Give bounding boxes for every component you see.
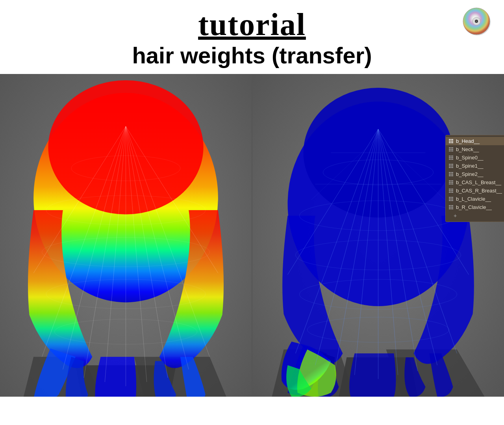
svg-point-4	[476, 20, 477, 22]
dots-icon	[448, 163, 454, 168]
right-hair-svg	[252, 74, 504, 397]
menu-item-label: b_Spine0__	[456, 155, 483, 161]
page-subtitle: hair weights (transfer)	[0, 42, 504, 69]
menu-item-label: b_CAS_R_Breast__	[456, 188, 502, 194]
menu-item-6[interactable]: b_CAS_R_Breast__	[446, 187, 504, 195]
menu-item-7[interactable]: b_L_Clavicle__	[446, 195, 504, 203]
menu-item-label: b_Spine1__	[456, 163, 483, 169]
dots-icon	[448, 204, 454, 210]
right-panel: b_Head__b_Neck__b_Spine0__b_Spine1__b_Sp…	[252, 74, 504, 397]
menu-item-4[interactable]: b_Spine2__	[446, 170, 504, 178]
dots-icon	[448, 155, 454, 160]
dots-icon	[448, 146, 454, 152]
dots-icon	[448, 179, 454, 185]
dots-icon	[448, 138, 454, 144]
menu-item-8[interactable]: b_R_Clavicle__	[446, 203, 504, 211]
menu-item-3[interactable]: b_Spine1__	[446, 162, 504, 170]
dots-icon	[448, 196, 454, 201]
main-content: b_Head__b_Neck__b_Spine0__b_Spine1__b_Sp…	[0, 74, 504, 397]
menu-item-2[interactable]: b_Spine0__	[446, 153, 504, 162]
menu-item-label: b_L_Clavicle__	[456, 196, 491, 202]
disc-icon	[461, 7, 492, 39]
page-title: tutorial	[0, 7, 504, 42]
dots-icon	[448, 171, 454, 177]
menu-item-1[interactable]: b_Neck__	[446, 145, 504, 153]
menu-item-5[interactable]: b_CAS_L_Breast__	[446, 178, 504, 187]
menu-item-label: b_Head__	[456, 138, 480, 144]
dropdown-menu[interactable]: b_Head__b_Neck__b_Spine0__b_Spine1__b_Sp…	[445, 135, 504, 222]
menu-item-label: b_Neck__	[456, 146, 479, 152]
left-hair-svg	[0, 74, 252, 397]
left-panel	[0, 74, 252, 397]
header: tutorial hair weights (transfer)	[0, 0, 504, 72]
menu-item-0[interactable]: b_Head__	[446, 137, 504, 145]
menu-item-label: b_Spine2__	[456, 171, 483, 177]
menu-item-label: b_R_Clavicle__	[456, 204, 492, 210]
dots-icon	[448, 188, 454, 193]
menu-add-button[interactable]: +	[446, 211, 504, 220]
menu-item-label: b_CAS_L_Breast__	[456, 179, 501, 185]
